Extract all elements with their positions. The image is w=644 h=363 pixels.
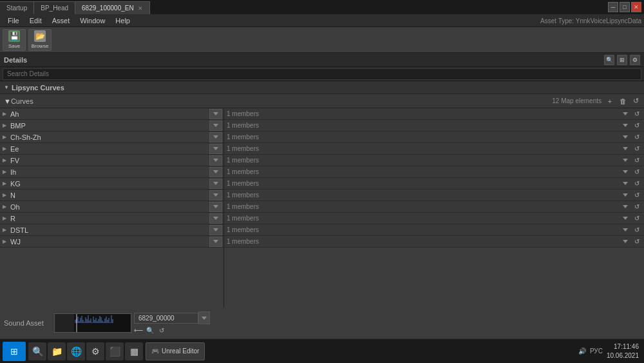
toolbar: 💾 Save 📂 Browse [0, 27, 644, 53]
curve-row-chshzh[interactable]: ▶ Ch-Sh-Zh [0, 132, 223, 143]
curve-dropdown-dstl[interactable] [209, 225, 222, 235]
members-dropdown-ah[interactable] [621, 110, 630, 119]
minimize-button[interactable]: ─ [608, 2, 618, 12]
menu-asset[interactable]: Asset [47, 14, 75, 26]
curve-row-ih[interactable]: ▶ Ih [0, 166, 223, 178]
filter-icon[interactable]: 🔍 [604, 55, 614, 65]
tab-close-icon[interactable]: ✕ [138, 5, 143, 12]
sound-preview [54, 313, 131, 333]
menu-file[interactable]: File [3, 14, 24, 26]
browse-button[interactable]: 📂 Browse [28, 29, 52, 51]
grid-view-icon[interactable]: ⊞ [617, 55, 627, 65]
curve-dropdown-ih[interactable] [209, 167, 222, 177]
taskbar-icon-settings[interactable]: ⚙ [86, 342, 104, 360]
curve-row-oh[interactable]: ▶ Oh [0, 201, 223, 213]
curve-dropdown-oh[interactable] [209, 202, 222, 212]
curve-expand-icon: ▶ [0, 215, 9, 221]
members-actions: ↺ [621, 168, 641, 177]
waveform-svg [55, 313, 131, 333]
members-dropdown-ih[interactable] [621, 168, 630, 177]
sound-browse-button[interactable]: ⟵ [134, 326, 143, 335]
members-reset-ih[interactable]: ↺ [632, 168, 641, 177]
save-button[interactable]: 💾 Save [3, 29, 26, 51]
members-row-ih: 1 members ↺ [224, 166, 644, 178]
panel-header: Details 🔍 ⊞ ⚙ [0, 53, 644, 67]
sound-clear-button[interactable]: ↺ [157, 326, 166, 335]
start-button[interactable]: ⊞ [3, 342, 26, 361]
curve-row-wj[interactable]: ▶ WJ [0, 236, 223, 248]
svg-rect-1 [55, 313, 74, 333]
members-reset-kg[interactable]: ↺ [632, 179, 641, 188]
taskbar: ⊞ 🔍 📁 🌐 ⚙ ⬛ ▦ 🎮 Unreal Editor 🔊 РУС 17:1… [0, 338, 644, 363]
curve-dropdown-fv[interactable] [209, 155, 222, 166]
members-reset-wj[interactable]: ↺ [632, 237, 641, 246]
members-reset-r[interactable]: ↺ [632, 214, 641, 223]
members-reset-oh[interactable]: ↺ [632, 202, 641, 211]
members-reset-chshzh[interactable]: ↺ [632, 133, 641, 142]
curve-row-bmp[interactable]: ▶ BMP [0, 120, 223, 132]
curve-row-r[interactable]: ▶ R [0, 213, 223, 224]
members-reset-n[interactable]: ↺ [632, 191, 641, 200]
members-dropdown-oh[interactable] [621, 202, 630, 211]
members-dropdown-bmp[interactable] [621, 121, 630, 130]
members-dropdown-r[interactable] [621, 214, 630, 223]
curve-dropdown-ah[interactable] [209, 109, 222, 119]
taskbar-icon-files[interactable]: 📁 [48, 342, 66, 360]
members-dropdown-dstl[interactable] [621, 226, 630, 235]
curve-row-ee[interactable]: ▶ Ee [0, 143, 223, 155]
curve-dropdown-r[interactable] [209, 213, 222, 224]
curve-expand-icon: ▶ [0, 146, 9, 152]
lipsync-curves-section[interactable]: ▼ Lipsync Curves [0, 81, 644, 94]
curve-row-kg[interactable]: ▶ KG [0, 178, 223, 190]
members-dropdown-n[interactable] [621, 191, 630, 200]
members-reset-ee[interactable]: ↺ [632, 144, 641, 153]
members-dropdown-ee[interactable] [621, 144, 630, 153]
members-dropdown-chshzh[interactable] [621, 133, 630, 142]
taskbar-unreal-editor[interactable]: 🎮 Unreal Editor [146, 342, 205, 360]
members-reset-ah[interactable]: ↺ [632, 110, 641, 119]
members-dropdown-wj[interactable] [621, 237, 630, 246]
taskbar-right: 🔊 РУС 17:11:46 10.06.2021 [578, 342, 641, 360]
members-actions: ↺ [621, 202, 641, 211]
tab-bp-head[interactable]: BP_Head [34, 1, 75, 14]
menu-help[interactable]: Help [110, 14, 135, 26]
taskbar-app-label: Unreal Editor [162, 348, 199, 355]
tab-startup[interactable]: Startup [0, 1, 34, 14]
members-reset-fv[interactable]: ↺ [632, 156, 641, 165]
curve-dropdown-bmp[interactable] [209, 121, 222, 131]
curves-label: Curves [11, 97, 33, 105]
curve-dropdown-kg[interactable] [209, 179, 222, 189]
members-dropdown-fv[interactable] [621, 156, 630, 165]
taskbar-icon-apps[interactable]: ▦ [125, 342, 143, 360]
taskbar-icon-search[interactable]: 🔍 [28, 342, 46, 360]
search-input[interactable] [3, 68, 641, 80]
curve-row-ah[interactable]: ▶ Ah [0, 108, 223, 120]
curve-dropdown-wj[interactable] [209, 237, 222, 247]
close-button[interactable]: ✕ [631, 2, 641, 12]
settings-icon[interactable]: ⚙ [630, 55, 640, 65]
add-element-button[interactable]: + [605, 97, 614, 106]
members-row-n: 1 members ↺ [224, 190, 644, 201]
members-dropdown-kg[interactable] [621, 179, 630, 188]
taskbar-icon-chrome[interactable]: 🌐 [67, 342, 85, 360]
map-elements: 12 Map elements + 🗑 ↺ [552, 97, 640, 106]
remove-element-button[interactable]: 🗑 [618, 97, 627, 106]
menu-edit[interactable]: Edit [24, 14, 47, 26]
refresh-element-button[interactable]: ↺ [631, 97, 640, 106]
section-label: Lipsync Curves [12, 84, 64, 92]
tab-6829[interactable]: 6829_100000_EN ✕ [75, 1, 150, 14]
sound-value-dropdown[interactable] [198, 311, 210, 324]
curve-row-fv[interactable]: ▶ FV [0, 155, 223, 166]
curve-dropdown-ee[interactable] [209, 144, 222, 154]
curve-row-n[interactable]: ▶ N [0, 190, 223, 201]
members-reset-bmp[interactable]: ↺ [632, 121, 641, 130]
sound-search-button[interactable]: 🔍 [146, 326, 155, 335]
maximize-button[interactable]: □ [620, 2, 630, 12]
menu-window[interactable]: Window [75, 14, 110, 26]
curve-row-dstl[interactable]: ▶ DSTL [0, 224, 223, 236]
members-reset-dstl[interactable]: ↺ [632, 226, 641, 235]
taskbar-icon-terminal[interactable]: ⬛ [106, 342, 124, 360]
curve-dropdown-n[interactable] [209, 190, 222, 201]
curve-dropdown-chshzh[interactable] [209, 132, 222, 142]
members-row-bmp: 1 members ↺ [224, 120, 644, 132]
